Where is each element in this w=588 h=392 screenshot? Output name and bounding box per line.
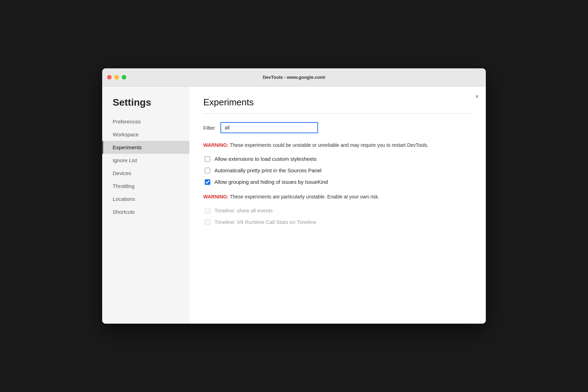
close-button[interactable]: × [475,93,479,100]
checkbox-item-2: Automatically pretty print in the Source… [203,167,472,173]
warning-label-1: WARNING: [203,142,228,148]
sidebar-item-preferences[interactable]: Preferences [102,115,189,128]
sidebar-item-workspace[interactable]: Workspace [102,128,189,141]
titlebar: DevTools - www.google.com/ [102,68,486,86]
checkbox-issuekind[interactable] [205,179,210,185]
sidebar-nav: Preferences Workspace Experiments Ignore… [102,115,189,218]
warning-message-1: These experiments could be unstable or u… [228,142,428,148]
page-title: Experiments [203,97,472,108]
close-traffic-light[interactable] [107,75,112,80]
warning-text-2: WARNING: These experiments are particula… [203,193,472,201]
window-body: Settings Preferences Workspace Experimen… [102,86,486,324]
traffic-lights [107,75,126,80]
checkbox-item-4: Timeline: show all events [203,208,472,213]
checkbox-label-issuekind[interactable]: Allow grouping and hiding of issues by I… [214,179,328,185]
warning-label-2: WARNING: [203,194,228,199]
warning-message-2: These experiments are particularly unsta… [228,194,379,199]
sidebar-title: Settings [102,97,189,115]
warning-block-1: WARNING: These experiments could be unst… [203,142,472,149]
stable-checkboxes: Allow extensions to load custom styleshe… [203,156,472,185]
warning-text-1: WARNING: These experiments could be unst… [203,142,472,149]
warning-block-2: WARNING: These experiments are particula… [203,193,472,201]
checkbox-label-extensions[interactable]: Allow extensions to load custom styleshe… [214,156,317,162]
checkbox-item-1: Allow extensions to load custom styleshe… [203,156,472,162]
title-divider [203,113,472,114]
sidebar-item-ignore-list[interactable]: Ignore List [102,154,189,167]
minimize-traffic-light[interactable] [114,75,119,80]
checkbox-pretty-print[interactable] [205,168,210,173]
checkbox-v8-runtime[interactable] [205,219,210,225]
sidebar-item-shortcuts[interactable]: Shortcuts [102,205,189,218]
maximize-traffic-light[interactable] [122,75,126,80]
checkbox-item-3: Allow grouping and hiding of issues by I… [203,179,472,185]
checkbox-label-timeline-events[interactable]: Timeline: show all events [214,208,273,213]
checkbox-extensions[interactable] [205,156,210,162]
unstable-checkboxes: Timeline: show all events Timeline: V8 R… [203,208,472,225]
main-content: × Experiments Filter WARNING: These expe… [189,86,486,324]
window-title: DevTools - www.google.com/ [263,75,325,80]
checkbox-label-pretty-print[interactable]: Automatically pretty print in the Source… [214,167,322,173]
sidebar-item-throttling[interactable]: Throttling [102,180,189,193]
sidebar-item-locations[interactable]: Locations [102,193,189,205]
sidebar: Settings Preferences Workspace Experimen… [102,86,189,324]
devtools-window: DevTools - www.google.com/ Settings Pref… [102,68,486,324]
filter-row: Filter [203,122,472,133]
filter-label: Filter [203,125,215,131]
checkbox-item-5: Timeline: V8 Runtime Call Stats on Timel… [203,219,472,225]
filter-input[interactable] [220,122,318,133]
sidebar-item-experiments[interactable]: Experiments [102,141,189,154]
checkbox-label-v8-runtime[interactable]: Timeline: V8 Runtime Call Stats on Timel… [214,219,316,225]
sidebar-item-devices[interactable]: Devices [102,167,189,180]
checkbox-timeline-events[interactable] [205,208,210,213]
